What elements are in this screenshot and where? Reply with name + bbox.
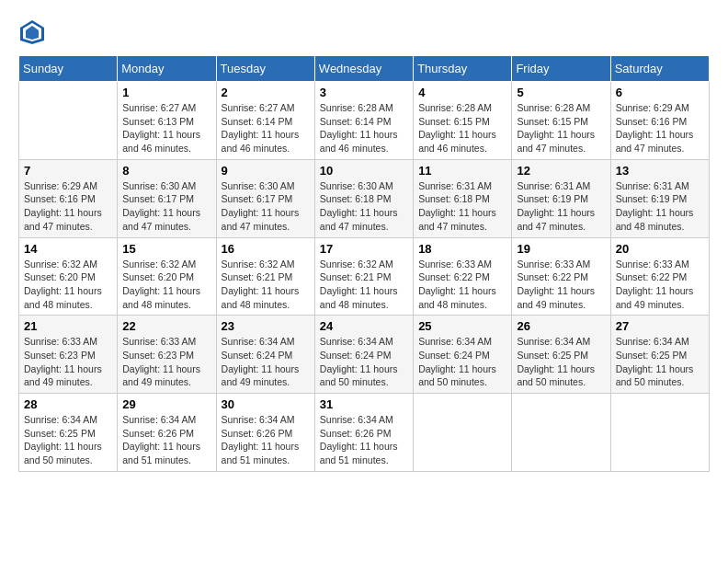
calendar-cell: 19Sunrise: 6:33 AMSunset: 6:22 PMDayligh… <box>512 237 610 316</box>
week-row-4: 21Sunrise: 6:33 AMSunset: 6:23 PMDayligh… <box>19 316 710 394</box>
day-info: Sunrise: 6:34 AMSunset: 6:24 PMDaylight:… <box>222 335 310 389</box>
day-info: Sunrise: 6:27 AMSunset: 6:14 PMDaylight:… <box>222 101 310 155</box>
day-info: Sunrise: 6:34 AMSunset: 6:25 PMDaylight:… <box>517 335 605 389</box>
day-info: Sunrise: 6:27 AMSunset: 6:13 PMDaylight:… <box>122 101 210 155</box>
day-info: Sunrise: 6:32 AMSunset: 6:21 PMDaylight:… <box>320 258 408 312</box>
calendar-cell: 11Sunrise: 6:31 AMSunset: 6:18 PMDayligh… <box>414 159 512 237</box>
day-info: Sunrise: 6:28 AMSunset: 6:15 PMDaylight:… <box>418 101 506 155</box>
calendar-cell: 9Sunrise: 6:30 AMSunset: 6:17 PMDaylight… <box>216 159 314 237</box>
calendar-cell: 21Sunrise: 6:33 AMSunset: 6:23 PMDayligh… <box>19 316 118 394</box>
week-row-3: 14Sunrise: 6:32 AMSunset: 6:20 PMDayligh… <box>19 237 710 316</box>
calendar-cell: 28Sunrise: 6:34 AMSunset: 6:25 PMDayligh… <box>19 394 118 472</box>
calendar-cell: 1Sunrise: 6:27 AMSunset: 6:13 PMDaylight… <box>118 82 216 160</box>
day-number: 19 <box>517 242 605 256</box>
calendar-cell: 7Sunrise: 6:29 AMSunset: 6:16 PMDaylight… <box>19 159 118 237</box>
day-info: Sunrise: 6:31 AMSunset: 6:19 PMDaylight:… <box>517 179 605 234</box>
day-number: 23 <box>222 319 310 333</box>
calendar-cell <box>414 394 512 472</box>
day-info: Sunrise: 6:30 AMSunset: 6:17 PMDaylight:… <box>222 179 310 234</box>
day-info: Sunrise: 6:32 AMSunset: 6:20 PMDaylight:… <box>24 258 112 312</box>
calendar-cell: 2Sunrise: 6:27 AMSunset: 6:14 PMDaylight… <box>216 82 314 160</box>
day-header-wednesday: Wednesday <box>314 56 413 82</box>
calendar-cell <box>19 82 118 160</box>
day-number: 24 <box>320 319 408 333</box>
day-header-monday: Monday <box>118 56 216 82</box>
day-number: 6 <box>616 86 704 99</box>
day-number: 5 <box>517 86 605 99</box>
week-row-5: 28Sunrise: 6:34 AMSunset: 6:25 PMDayligh… <box>19 394 710 472</box>
day-info: Sunrise: 6:33 AMSunset: 6:22 PMDaylight:… <box>616 258 704 312</box>
day-number: 31 <box>320 397 408 411</box>
day-number: 17 <box>320 242 408 256</box>
day-info: Sunrise: 6:31 AMSunset: 6:19 PMDaylight:… <box>616 179 704 234</box>
calendar-cell: 15Sunrise: 6:32 AMSunset: 6:20 PMDayligh… <box>118 237 216 316</box>
day-info: Sunrise: 6:34 AMSunset: 6:24 PMDaylight:… <box>418 335 506 389</box>
day-info: Sunrise: 6:34 AMSunset: 6:25 PMDaylight:… <box>24 413 112 467</box>
calendar-table: SundayMondayTuesdayWednesdayThursdayFrid… <box>18 55 710 472</box>
day-number: 27 <box>616 319 704 333</box>
logo <box>18 18 50 46</box>
day-info: Sunrise: 6:34 AMSunset: 6:25 PMDaylight:… <box>616 335 704 389</box>
day-number: 10 <box>320 164 408 178</box>
day-number: 12 <box>517 164 605 178</box>
day-number: 30 <box>222 397 310 411</box>
day-info: Sunrise: 6:34 AMSunset: 6:26 PMDaylight:… <box>222 413 310 467</box>
calendar-cell <box>610 394 709 472</box>
calendar-cell: 30Sunrise: 6:34 AMSunset: 6:26 PMDayligh… <box>216 394 314 472</box>
day-header-saturday: Saturday <box>610 56 709 82</box>
day-info: Sunrise: 6:30 AMSunset: 6:17 PMDaylight:… <box>122 179 210 234</box>
calendar-cell: 23Sunrise: 6:34 AMSunset: 6:24 PMDayligh… <box>216 316 314 394</box>
day-number: 28 <box>24 397 112 411</box>
calendar-cell: 6Sunrise: 6:29 AMSunset: 6:16 PMDaylight… <box>610 82 709 160</box>
day-number: 4 <box>418 86 506 99</box>
calendar-cell: 25Sunrise: 6:34 AMSunset: 6:24 PMDayligh… <box>414 316 512 394</box>
calendar-cell: 3Sunrise: 6:28 AMSunset: 6:14 PMDaylight… <box>314 82 413 160</box>
calendar-cell: 8Sunrise: 6:30 AMSunset: 6:17 PMDaylight… <box>118 159 216 237</box>
day-header-friday: Friday <box>512 56 610 82</box>
day-info: Sunrise: 6:32 AMSunset: 6:21 PMDaylight:… <box>222 258 310 312</box>
day-info: Sunrise: 6:34 AMSunset: 6:26 PMDaylight:… <box>122 413 210 467</box>
day-info: Sunrise: 6:31 AMSunset: 6:18 PMDaylight:… <box>418 179 506 234</box>
calendar-cell: 26Sunrise: 6:34 AMSunset: 6:25 PMDayligh… <box>512 316 610 394</box>
day-number: 2 <box>222 86 310 99</box>
day-info: Sunrise: 6:33 AMSunset: 6:23 PMDaylight:… <box>24 335 112 389</box>
day-number: 11 <box>418 164 506 178</box>
day-info: Sunrise: 6:29 AMSunset: 6:16 PMDaylight:… <box>616 101 704 155</box>
day-number: 29 <box>122 397 210 411</box>
calendar-cell: 14Sunrise: 6:32 AMSunset: 6:20 PMDayligh… <box>19 237 118 316</box>
calendar-cell: 24Sunrise: 6:34 AMSunset: 6:24 PMDayligh… <box>314 316 413 394</box>
week-row-2: 7Sunrise: 6:29 AMSunset: 6:16 PMDaylight… <box>19 159 710 237</box>
day-info: Sunrise: 6:28 AMSunset: 6:15 PMDaylight:… <box>517 101 605 155</box>
calendar-cell: 27Sunrise: 6:34 AMSunset: 6:25 PMDayligh… <box>610 316 709 394</box>
page-header <box>18 18 710 46</box>
day-number: 7 <box>24 164 112 178</box>
day-number: 21 <box>24 319 112 333</box>
calendar-cell: 4Sunrise: 6:28 AMSunset: 6:15 PMDaylight… <box>414 82 512 160</box>
day-header-thursday: Thursday <box>414 56 512 82</box>
calendar-cell: 20Sunrise: 6:33 AMSunset: 6:22 PMDayligh… <box>610 237 709 316</box>
day-info: Sunrise: 6:33 AMSunset: 6:23 PMDaylight:… <box>122 335 210 389</box>
day-number: 9 <box>222 164 310 178</box>
day-info: Sunrise: 6:33 AMSunset: 6:22 PMDaylight:… <box>418 258 506 312</box>
day-number: 20 <box>616 242 704 256</box>
day-info: Sunrise: 6:29 AMSunset: 6:16 PMDaylight:… <box>24 179 112 234</box>
calendar-cell <box>512 394 610 472</box>
day-header-tuesday: Tuesday <box>216 56 314 82</box>
day-info: Sunrise: 6:28 AMSunset: 6:14 PMDaylight:… <box>320 101 408 155</box>
day-number: 26 <box>517 319 605 333</box>
calendar-cell: 16Sunrise: 6:32 AMSunset: 6:21 PMDayligh… <box>216 237 314 316</box>
day-number: 13 <box>616 164 704 178</box>
day-info: Sunrise: 6:33 AMSunset: 6:22 PMDaylight:… <box>517 258 605 312</box>
calendar-cell: 31Sunrise: 6:34 AMSunset: 6:26 PMDayligh… <box>314 394 413 472</box>
day-number: 22 <box>122 319 210 333</box>
day-info: Sunrise: 6:34 AMSunset: 6:26 PMDaylight:… <box>320 413 408 467</box>
day-number: 8 <box>122 164 210 178</box>
calendar-cell: 18Sunrise: 6:33 AMSunset: 6:22 PMDayligh… <box>414 237 512 316</box>
calendar-cell: 29Sunrise: 6:34 AMSunset: 6:26 PMDayligh… <box>118 394 216 472</box>
day-number: 16 <box>222 242 310 256</box>
logo-icon <box>18 18 46 46</box>
calendar-cell: 12Sunrise: 6:31 AMSunset: 6:19 PMDayligh… <box>512 159 610 237</box>
days-header-row: SundayMondayTuesdayWednesdayThursdayFrid… <box>19 56 710 82</box>
calendar-cell: 5Sunrise: 6:28 AMSunset: 6:15 PMDaylight… <box>512 82 610 160</box>
day-info: Sunrise: 6:30 AMSunset: 6:18 PMDaylight:… <box>320 179 408 234</box>
